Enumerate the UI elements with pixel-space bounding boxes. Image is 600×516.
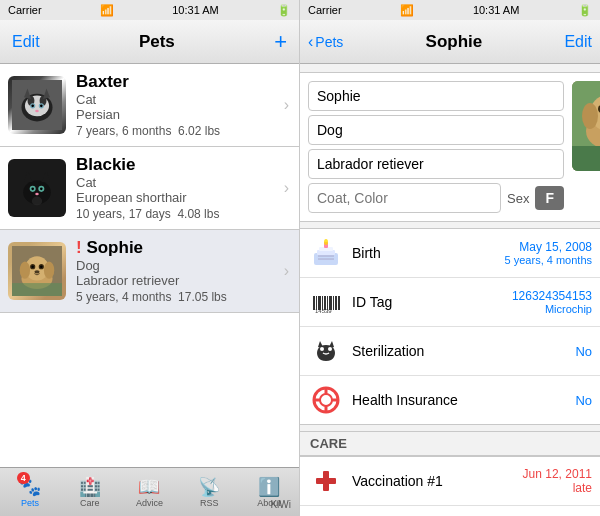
vaccination-2-icon: [308, 512, 344, 516]
id-tag-icon: 14539: [308, 284, 344, 320]
info-row-sterilization: Sterilization No: [300, 327, 600, 376]
tab-rss-label: RSS: [200, 498, 219, 508]
svg-rect-74: [316, 478, 336, 484]
svg-rect-60: [335, 296, 337, 310]
svg-point-29: [31, 265, 34, 268]
pet-species-input[interactable]: [308, 115, 564, 145]
sterilization-value: No: [575, 344, 592, 359]
right-edit-button[interactable]: Edit: [564, 33, 592, 51]
id-tag-value: 126324354153 Microchip: [512, 289, 592, 315]
pet-breed-input[interactable]: [308, 149, 564, 179]
pet-info-sophie: Sophie Dog Labrador retriever 5 years, 4…: [76, 238, 284, 304]
right-nav-bar: ‹ Pets Sophie Edit: [300, 20, 600, 64]
vaccination-1-label: Vaccination #1: [352, 473, 515, 489]
care-list: Vaccination #1 Jun 12, 2011 late Vaccina…: [300, 456, 600, 516]
pet-breed-blackie: European shorthair: [76, 190, 284, 205]
advice-tab-icon: 📖: [138, 476, 160, 498]
sophie-photo-image: [572, 81, 600, 171]
coat-color-input[interactable]: [308, 183, 501, 213]
pet-breed-baxter: Persian: [76, 107, 284, 122]
sterilization-label: Sterilization: [352, 343, 567, 359]
svg-point-21: [32, 197, 42, 206]
left-carrier: Carrier: [8, 4, 42, 16]
svg-point-49: [324, 239, 328, 245]
svg-point-37: [582, 103, 598, 129]
svg-point-20: [35, 193, 38, 196]
info-row-health-insurance: Health Insurance No: [300, 376, 600, 424]
pet-list-item-sophie[interactable]: Sophie Dog Labrador retriever 5 years, 4…: [0, 230, 299, 313]
right-wifi-icon: 📶: [400, 4, 414, 17]
left-edit-button[interactable]: Edit: [12, 33, 40, 51]
care-tab-icon: 🏥: [79, 476, 101, 498]
birth-value: May 15, 2008 5 years, 4 months: [505, 240, 592, 266]
tab-care-label: Care: [80, 498, 100, 508]
left-panel: Carrier 📶 10:31 AM 🔋 Edit Pets +: [0, 0, 300, 516]
right-title: Sophie: [426, 32, 483, 52]
sex-label: Sex: [507, 191, 529, 206]
tab-bar: 🐾 4 Pets 🏥 Care 📖 Advice 📡 RSS ℹ️ About …: [0, 467, 299, 516]
info-row-birth: Birth May 15, 2008 5 years, 4 months: [300, 229, 600, 278]
svg-marker-65: [318, 341, 323, 347]
id-tag-label: ID Tag: [352, 294, 504, 310]
chevron-icon-blackie: ›: [284, 179, 299, 197]
svg-point-68: [320, 394, 332, 406]
svg-point-31: [34, 270, 39, 273]
left-add-button[interactable]: +: [274, 31, 287, 53]
tab-about[interactable]: ℹ️ About KiWi: [239, 468, 299, 516]
sex-value[interactable]: F: [535, 186, 564, 210]
pet-name-input[interactable]: [308, 81, 564, 111]
svg-marker-66: [329, 341, 334, 347]
right-time: 10:31 AM: [473, 4, 519, 16]
name-fields: Sex F: [308, 81, 564, 213]
health-insurance-label: Health Insurance: [352, 392, 567, 408]
rss-tab-icon: 📡: [198, 476, 220, 498]
chevron-icon-baxter: ›: [284, 96, 299, 114]
info-row-id-tag: 14539 ID Tag 126324354153 Microchip: [300, 278, 600, 327]
pet-species-baxter: Cat: [76, 92, 284, 107]
svg-point-63: [320, 347, 324, 351]
care-row-vaccination-2: Vaccination #2: [300, 506, 600, 516]
pet-info-baxter: Baxter Cat Persian 7 years, 6 months 6.0…: [76, 72, 284, 138]
care-section-header: CARE: [300, 431, 600, 456]
info-table: Birth May 15, 2008 5 years, 4 months: [300, 228, 600, 425]
tab-advice[interactable]: 📖 Advice: [120, 468, 180, 516]
svg-point-11: [35, 110, 38, 113]
svg-text:14539: 14539: [315, 308, 332, 314]
birth-icon: [308, 235, 344, 271]
tab-pets[interactable]: 🐾 4 Pets: [0, 468, 60, 516]
left-wifi-icon: 📶: [100, 4, 114, 17]
right-status-bar: Carrier 📶 10:31 AM 🔋: [300, 0, 600, 20]
pet-list-item-baxter[interactable]: Baxter Cat Persian 7 years, 6 months 6.0…: [0, 64, 299, 147]
care-row-vaccination-1: Vaccination #1 Jun 12, 2011 late: [300, 457, 600, 506]
right-battery-icon: 🔋: [578, 4, 592, 17]
tab-pets-label: Pets: [21, 498, 39, 508]
about-tab-icon: ℹ️: [258, 476, 280, 498]
back-button[interactable]: ‹ Pets: [308, 33, 343, 51]
tab-advice-label: Advice: [136, 498, 163, 508]
pet-species-blackie: Cat: [76, 175, 284, 190]
pet-name-baxter: Baxter: [76, 72, 284, 92]
pet-details-baxter: 7 years, 6 months 6.02 lbs: [76, 124, 284, 138]
health-insurance-icon: [308, 382, 344, 418]
vaccination-1-icon: [308, 463, 344, 499]
name-photo-section: Sex F: [300, 72, 600, 222]
pet-details-blackie: 10 years, 17 days 4.08 lbs: [76, 207, 284, 221]
svg-rect-32: [12, 283, 62, 296]
pets-badge: 4: [17, 472, 30, 484]
pet-thumb-sophie: [8, 242, 66, 300]
pet-breed-sophie: Labrador retriever: [76, 273, 284, 288]
tab-rss[interactable]: 📡 RSS: [179, 468, 239, 516]
svg-rect-61: [338, 296, 340, 310]
left-nav-bar: Edit Pets +: [0, 20, 299, 64]
svg-point-26: [44, 262, 54, 279]
left-battery-icon: 🔋: [277, 4, 291, 17]
pet-thumb-baxter: [8, 76, 66, 134]
pet-list-item-blackie[interactable]: Blackie Cat European shorthair 10 years,…: [0, 147, 299, 230]
chevron-icon-sophie: ›: [284, 262, 299, 280]
pet-species-sophie: Dog: [76, 258, 284, 273]
sophie-photo: [572, 81, 600, 171]
back-label: Pets: [315, 34, 343, 50]
detail-content: Sex F: [300, 64, 600, 516]
right-panel: Carrier 📶 10:31 AM 🔋 ‹ Pets Sophie Edit …: [300, 0, 600, 516]
tab-care[interactable]: 🏥 Care: [60, 468, 120, 516]
